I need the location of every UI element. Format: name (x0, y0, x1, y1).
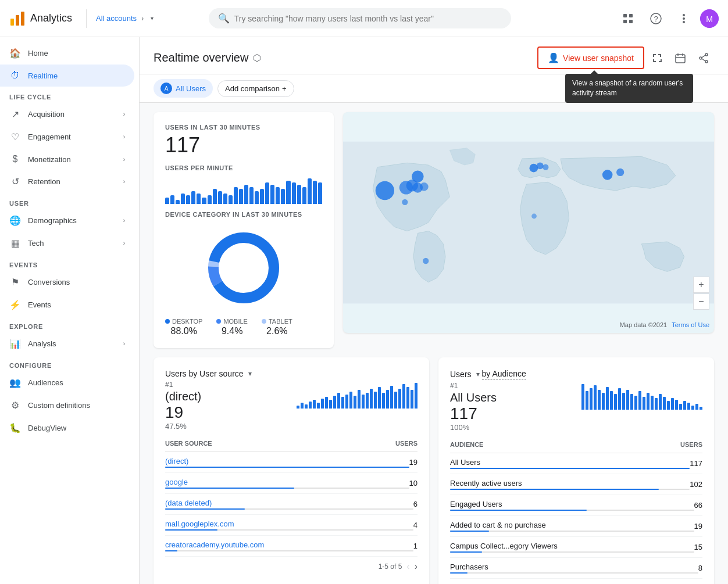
sidebar-item-retention[interactable]: ↺ Retention › (0, 170, 134, 193)
sidebar-section-configure: CONFIGURE (0, 355, 139, 371)
sidebar-item-analysis[interactable]: 📊 Analysis › (0, 332, 134, 355)
sidebar-item-monetization[interactable]: $ Monetization › (0, 148, 134, 170)
account-dropdown-arrow[interactable]: ▾ (151, 15, 154, 22)
zoom-out-button[interactable]: − (693, 293, 709, 310)
map-dot-europe3 (543, 164, 548, 170)
share-icon[interactable] (693, 48, 714, 69)
main-content: Realtime overview ⬡ 👤 View user snapshot… (140, 37, 728, 584)
source-prev-page-btn[interactable]: ‹ (406, 561, 409, 572)
expand-icon: › (123, 156, 125, 163)
map-dot-europe2 (537, 163, 544, 170)
row-bar (165, 488, 409, 489)
bar-item (265, 182, 269, 204)
mini-bar-item (655, 398, 658, 410)
all-accounts-link[interactable]: All accounts (96, 14, 137, 23)
bar-item (165, 198, 169, 204)
map-card: + − Map data ©2021 Terms of Use (343, 112, 714, 333)
all-users-chip[interactable]: A All Users (154, 79, 213, 98)
sidebar-item-events[interactable]: ⚡ Events (0, 293, 134, 316)
source-next-page-btn[interactable]: › (415, 561, 417, 572)
expand-icon: › (123, 240, 125, 246)
sidebar-label: Retention (28, 177, 60, 186)
source-row-label[interactable]: (direct) (165, 457, 188, 465)
help-icon[interactable]: ? (644, 7, 668, 30)
bar-item (239, 189, 243, 204)
donut-chart (165, 223, 322, 313)
fullscreen-icon[interactable] (647, 48, 668, 69)
mini-bar-item (366, 393, 369, 409)
audiences-icon: 👥 (9, 377, 21, 388)
audience-row-label: Campus Collect...egory Viewers (450, 542, 558, 550)
sidebar-item-demographics[interactable]: 🌐 Demographics › (0, 209, 134, 232)
mini-bar-item (638, 391, 641, 410)
search-input[interactable] (234, 14, 502, 23)
audience-rank-pct: 100% (450, 423, 497, 432)
users-per-min-chart (165, 176, 322, 204)
mini-bar-item (590, 388, 593, 410)
demographics-icon: 🌐 (9, 215, 21, 226)
bar-item (202, 198, 206, 204)
source-row-value: 19 (409, 458, 417, 467)
view-snapshot-button[interactable]: 👤 View user snapshot (537, 46, 644, 69)
mini-bar-item (402, 384, 405, 409)
audience-row-label: Engaged Users (450, 500, 502, 508)
audience-card-header: Users ▾ by Audience (450, 369, 702, 379)
source-title-dropdown[interactable]: ▾ (248, 370, 252, 378)
expand-icon: › (123, 178, 125, 185)
export-icon[interactable]: ⬡ (253, 52, 261, 63)
custom-definitions-icon: ⚙ (9, 400, 21, 411)
user-avatar[interactable] (700, 9, 719, 28)
svg-rect-0 (10, 19, 14, 26)
conversions-icon: ⚑ (9, 277, 21, 288)
calendar-icon[interactable] (670, 48, 691, 69)
rank-right (297, 381, 417, 409)
map-dot-europe1 (529, 164, 538, 173)
realtime-icon: ⏱ (9, 70, 21, 81)
row-bar (165, 508, 413, 510)
table-row: Campus Collect...egory Viewers 15 (450, 537, 702, 558)
sidebar-item-acquisition[interactable]: ↗ Acquisition › (0, 103, 134, 126)
sidebar-item-audiences[interactable]: 👥 Audiences (0, 371, 134, 394)
bar-item (191, 191, 195, 204)
sidebar-item-realtime[interactable]: ⏱ Realtime (0, 65, 134, 87)
mini-bar-item (598, 390, 601, 410)
audience-title-dropdown[interactable]: ▾ (476, 370, 480, 378)
source-row-label[interactable]: google (165, 478, 188, 486)
apps-icon[interactable] (616, 7, 640, 30)
engagement-icon: ♡ (9, 131, 21, 142)
col-users-header: USERS (395, 440, 417, 447)
more-options-icon[interactable] (672, 7, 695, 30)
bar-item (281, 189, 285, 204)
bar-item (276, 187, 280, 204)
svg-rect-1 (16, 15, 19, 26)
acquisition-icon: ↗ (9, 109, 21, 120)
source-table-rows: (direct) 19 google 10 (data deleted) (165, 452, 417, 557)
sidebar-item-engagement[interactable]: ♡ Engagement › (0, 126, 134, 148)
add-comparison-button[interactable]: Add comparison + (217, 80, 294, 97)
bar-item (223, 194, 227, 204)
zoom-in-button[interactable]: + (693, 277, 709, 293)
source-row-label[interactable]: mall.googleplex.com (165, 519, 234, 528)
audience-row-value: 66 (694, 501, 702, 510)
sidebar-item-home[interactable]: 🏠 Home (0, 42, 134, 65)
mini-bar-item (398, 389, 401, 409)
source-rank-number: #1 (165, 381, 201, 389)
sidebar-item-tech[interactable]: ▦ Tech › (0, 232, 134, 255)
audience-rank-name: All Users (450, 391, 497, 404)
expand-icon: › (123, 217, 125, 224)
map-terms-link[interactable]: Terms of Use (672, 321, 709, 328)
source-row-label[interactable]: (data deleted) (165, 499, 212, 507)
table-row: google 10 (165, 473, 417, 494)
sidebar-item-debugview[interactable]: 🐛 DebugView (0, 417, 134, 439)
sidebar-item-custom-definitions[interactable]: ⚙ Custom definitions (0, 394, 134, 417)
mini-bar-item (610, 391, 613, 410)
bar-item (186, 195, 190, 204)
bar-item (297, 185, 301, 204)
bar-item (308, 178, 312, 204)
mini-bar-item (382, 393, 385, 409)
users-per-min-label: USERS PER MINUTE (165, 164, 322, 171)
source-row-label[interactable]: creatoracademy.youtube.com (165, 540, 264, 549)
sidebar-label: DebugView (28, 424, 66, 432)
sidebar-item-conversions[interactable]: ⚑ Conversions (0, 271, 134, 293)
table-row: All Users 117 (450, 453, 702, 474)
